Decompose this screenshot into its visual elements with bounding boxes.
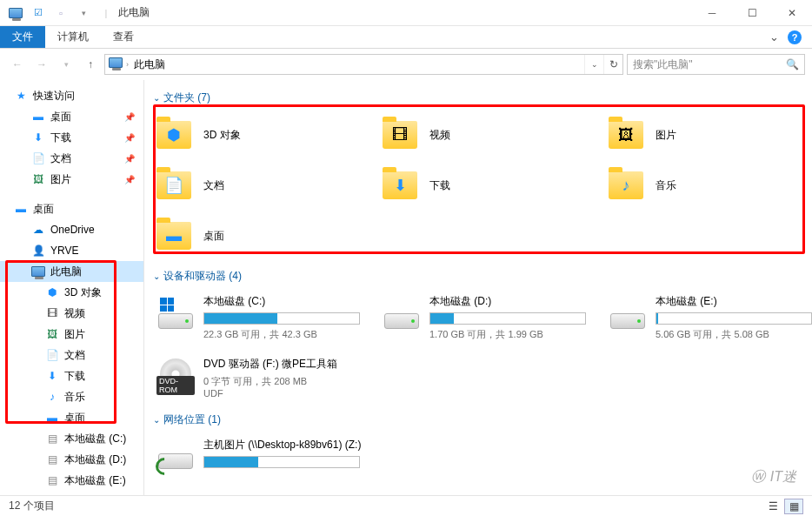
drive-grid: 本地磁盘 (C:)22.3 GB 可用，共 42.3 GB 本地磁盘 (D:)1…	[153, 291, 803, 402]
folder-downloads[interactable]: ⬇下载	[379, 163, 596, 208]
pin-icon: 📌	[124, 112, 135, 122]
ribbon-tabs: 文件 计算机 查看 ⌄ ?	[0, 26, 812, 49]
back-button[interactable]: ←	[7, 54, 28, 75]
desktop-icon: ▬	[45, 411, 59, 425]
address-dropdown-icon[interactable]: ⌄	[584, 55, 603, 74]
drive-dvd[interactable]: DVD-ROM DVD 驱动器 (F:) 微PE工具箱0 字节 可用，共 208…	[153, 353, 370, 402]
user-icon: 👤	[31, 244, 45, 258]
sidebar-quick-access[interactable]: ★ 快速访问	[0, 85, 143, 106]
folder-grid: ⬢3D 对象 🎞视频 🖼图片 📄文档 ⬇下载 ♪音乐 ▬桌面	[153, 112, 803, 258]
qat-new-icon[interactable]: ▫	[52, 4, 70, 22]
picture-icon: 🖼	[31, 172, 45, 186]
maximize-button[interactable]: ☐	[732, 0, 772, 26]
group-header-network[interactable]: ⌄ 网络位置 (1)	[153, 412, 803, 427]
forward-button[interactable]: →	[31, 54, 52, 75]
minimize-button[interactable]: ─	[692, 0, 732, 26]
address-pc-icon	[109, 57, 123, 71]
desktop-icon: ▬	[31, 110, 45, 124]
content-pane: ⌄ 文件夹 (7) ⬢3D 对象 🎞视频 🖼图片 📄文档 ⬇下载 ♪音乐 ▬桌面…	[144, 80, 812, 495]
3d-icon: ⬢	[45, 285, 59, 299]
sidebar-item-documents-q[interactable]: 📄文档📌	[0, 148, 143, 169]
qat-properties-icon[interactable]: ☑	[30, 4, 47, 22]
search-input[interactable]: 搜索"此电脑" 🔍	[627, 54, 805, 75]
sidebar-item-desktop-pc[interactable]: ▬桌面	[0, 407, 143, 428]
folder-desktop[interactable]: ▬桌面	[153, 213, 370, 258]
folder-icon: 🖼	[609, 116, 647, 154]
pin-icon: 📌	[124, 175, 135, 184]
folder-documents[interactable]: 📄文档	[153, 163, 370, 208]
folder-music[interactable]: ♪音乐	[605, 163, 812, 208]
network-drive-z[interactable]: 主机图片 (\\Desktop-k89bv61) (Z:)	[153, 434, 370, 479]
sidebar-desktop[interactable]: ▬桌面	[0, 198, 143, 219]
group-header-devices[interactable]: ⌄ 设备和驱动器 (4)	[153, 269, 803, 284]
folder-3d[interactable]: ⬢3D 对象	[153, 112, 370, 157]
sidebar-item-3d[interactable]: ⬢3D 对象	[0, 282, 143, 303]
download-icon: ⬇	[31, 131, 45, 144]
sidebar-item-drive-c[interactable]: ▤本地磁盘 (C:)	[0, 428, 143, 449]
sidebar-item-this-pc[interactable]: 此电脑	[0, 261, 143, 282]
folder-video[interactable]: 🎞视频	[379, 112, 596, 157]
qat-dropdown-icon[interactable]: ▾	[75, 4, 92, 22]
drive-icon	[609, 294, 647, 332]
drive-d[interactable]: 本地磁盘 (D:)1.70 GB 可用，共 1.99 GB	[379, 291, 596, 345]
folder-icon: ⬇	[383, 166, 421, 204]
drive-e[interactable]: 本地磁盘 (E:)5.06 GB 可用，共 5.08 GB	[605, 291, 812, 345]
breadcrumb[interactable]: 此电脑	[129, 57, 170, 72]
pin-icon: 📌	[124, 133, 135, 143]
tab-view[interactable]: 查看	[101, 26, 146, 48]
drive-icon: ▤	[45, 473, 59, 487]
chevron-down-icon: ⌄	[153, 271, 160, 281]
view-tiles-button[interactable]: ▦	[784, 499, 803, 514]
pin-icon: 📌	[124, 154, 135, 164]
window-titlebar: ☑ ▫ ▾ | 此电脑 ─ ☐ ✕	[0, 0, 812, 26]
view-details-button[interactable]: ☰	[763, 499, 782, 514]
qat-separator: |	[97, 4, 115, 22]
qat-pc-icon[interactable]	[7, 4, 24, 22]
folder-icon: ⬢	[156, 116, 195, 154]
up-button[interactable]: ↑	[80, 54, 101, 75]
group-header-folders[interactable]: ⌄ 文件夹 (7)	[153, 90, 803, 105]
network-drive-icon	[156, 438, 195, 476]
pc-icon	[31, 265, 45, 278]
sidebar-item-video[interactable]: 🎞视频	[0, 303, 143, 324]
tab-computer[interactable]: 计算机	[45, 26, 101, 48]
chevron-down-icon: ⌄	[153, 415, 160, 425]
video-icon: 🎞	[45, 306, 59, 320]
drive-icon: ▤	[45, 432, 59, 446]
desktop-icon: ▬	[14, 202, 28, 216]
close-button[interactable]: ✕	[772, 0, 812, 26]
sidebar-item-downloads-q[interactable]: ⬇下载📌	[0, 127, 143, 148]
sidebar-item-music[interactable]: ♪音乐	[0, 386, 143, 407]
sidebar-item-pictures[interactable]: 🖼图片	[0, 324, 143, 345]
window-title: 此电脑	[118, 5, 150, 20]
network-grid: 主机图片 (\\Desktop-k89bv61) (Z:)	[153, 434, 803, 479]
help-icon[interactable]: ?	[788, 30, 802, 44]
tab-file[interactable]: 文件	[0, 26, 45, 48]
drive-c[interactable]: 本地磁盘 (C:)22.3 GB 可用，共 42.3 GB	[153, 291, 370, 345]
refresh-button[interactable]: ↻	[603, 55, 622, 74]
sidebar-item-pictures-q[interactable]: 🖼图片📌	[0, 169, 143, 190]
usage-bar	[429, 312, 586, 325]
wechat-icon: ⓦ	[751, 468, 765, 486]
item-count: 12 个项目	[9, 499, 55, 513]
folder-icon: 📄	[156, 166, 195, 204]
sidebar-item-onedrive[interactable]: ☁OneDrive	[0, 219, 143, 240]
star-icon: ★	[14, 89, 28, 103]
sidebar-item-downloads[interactable]: ⬇下载	[0, 365, 143, 386]
document-icon: 📄	[45, 348, 59, 362]
navigation-pane: ★ 快速访问 ▬桌面📌 ⬇下载📌 📄文档📌 🖼图片📌 ▬桌面 ☁OneDrive…	[0, 80, 144, 495]
sidebar-item-documents[interactable]: 📄文档	[0, 345, 143, 365]
music-icon: ♪	[45, 390, 59, 404]
sidebar-item-desktop-q[interactable]: ▬桌面📌	[0, 106, 143, 127]
sidebar-item-drive-e[interactable]: ▤本地磁盘 (E:)	[0, 470, 143, 491]
address-bar[interactable]: › 此电脑 ⌄ ↻	[104, 54, 623, 75]
sidebar-item-drive-d[interactable]: ▤本地磁盘 (D:)	[0, 449, 143, 470]
sidebar-item-user[interactable]: 👤YRVE	[0, 240, 143, 261]
download-icon: ⬇	[45, 369, 59, 383]
onedrive-icon: ☁	[31, 223, 45, 237]
folder-pictures[interactable]: 🖼图片	[605, 112, 812, 157]
recent-dropdown-icon[interactable]: ▾	[56, 54, 77, 75]
view-buttons: ☰ ▦	[763, 499, 803, 514]
ribbon-collapse-icon[interactable]: ⌄	[769, 30, 779, 44]
navigation-bar: ← → ▾ ↑ › 此电脑 ⌄ ↻ 搜索"此电脑" 🔍	[0, 49, 812, 80]
